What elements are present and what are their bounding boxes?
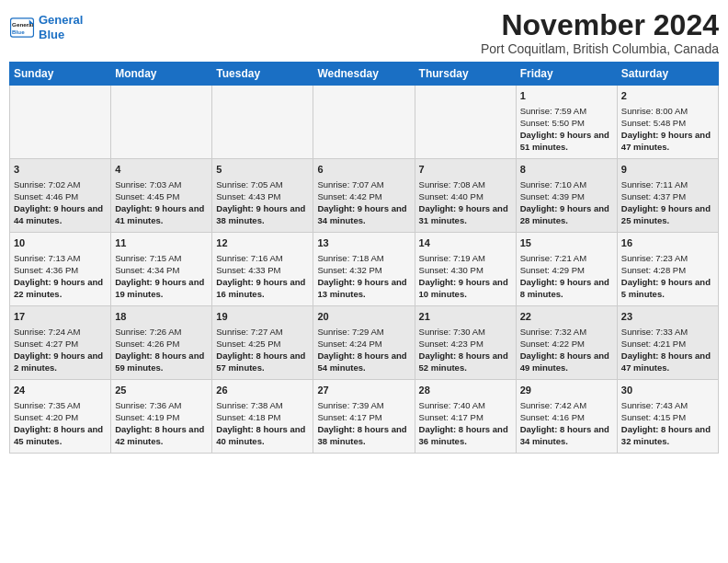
logo: General Blue GeneralBlue xyxy=(9,13,83,41)
calendar-cell: 15Sunrise: 7:21 AMSunset: 4:29 PMDayligh… xyxy=(516,233,617,306)
calendar-cell: 20Sunrise: 7:29 AMSunset: 4:24 PMDayligh… xyxy=(313,306,415,380)
daylight-info: Daylight: 8 hours and 49 minutes. xyxy=(520,350,609,373)
sun-info: Sunset: 4:42 PM xyxy=(317,191,381,201)
day-number: 28 xyxy=(419,384,512,397)
calendar-cell: 17Sunrise: 7:24 AMSunset: 4:27 PMDayligh… xyxy=(10,306,111,380)
calendar-week-row: 1Sunrise: 7:59 AMSunset: 5:50 PMDaylight… xyxy=(10,86,719,159)
daylight-info: Daylight: 9 hours and 51 minutes. xyxy=(520,130,609,152)
sun-info: Sunset: 4:26 PM xyxy=(115,339,179,349)
day-number: 9 xyxy=(621,163,714,177)
daylight-info: Daylight: 8 hours and 45 minutes. xyxy=(14,424,103,446)
day-number: 2 xyxy=(621,89,714,103)
daylight-info: Daylight: 9 hours and 31 minutes. xyxy=(419,203,508,225)
sun-info: Sunrise: 7:27 AM xyxy=(216,327,282,337)
sun-info: Sunset: 4:34 PM xyxy=(115,265,179,275)
calendar-cell: 27Sunrise: 7:39 AMSunset: 4:17 PMDayligh… xyxy=(313,380,415,454)
daylight-info: Daylight: 8 hours and 32 minutes. xyxy=(621,424,711,446)
title-block: November 2024 Port Coquitlam, British Co… xyxy=(481,9,719,56)
sun-info: Sunset: 4:22 PM xyxy=(520,339,585,349)
sun-info: Sunrise: 7:11 AM xyxy=(621,179,688,190)
sun-info: Sunrise: 7:03 AM xyxy=(115,179,181,190)
sun-info: Sunset: 4:43 PM xyxy=(216,191,280,201)
daylight-info: Daylight: 9 hours and 10 minutes. xyxy=(419,277,508,299)
calendar-cell: 21Sunrise: 7:30 AMSunset: 4:23 PMDayligh… xyxy=(415,306,516,380)
sun-info: Sunrise: 7:24 AM xyxy=(14,327,80,337)
sun-info: Sunrise: 7:13 AM xyxy=(14,253,80,263)
day-number: 20 xyxy=(317,310,410,324)
sun-info: Sunrise: 7:43 AM xyxy=(621,400,688,410)
daylight-info: Daylight: 9 hours and 22 minutes. xyxy=(14,277,103,299)
sun-info: Sunrise: 7:23 AM xyxy=(621,253,688,263)
day-number: 13 xyxy=(317,236,410,250)
daylight-info: Daylight: 8 hours and 38 minutes. xyxy=(317,424,406,446)
calendar-cell xyxy=(10,86,111,159)
daylight-info: Daylight: 9 hours and 34 minutes. xyxy=(317,203,406,225)
sun-info: Sunset: 4:28 PM xyxy=(621,265,686,275)
sun-info: Sunrise: 7:10 AM xyxy=(520,179,586,190)
sun-info: Sunset: 5:50 PM xyxy=(520,118,585,128)
day-number: 15 xyxy=(520,236,613,250)
daylight-info: Daylight: 8 hours and 40 minutes. xyxy=(216,424,305,446)
daylight-info: Daylight: 9 hours and 41 minutes. xyxy=(115,203,204,225)
daylight-info: Daylight: 8 hours and 52 minutes. xyxy=(419,350,508,373)
day-number: 30 xyxy=(621,384,714,397)
calendar-cell xyxy=(111,86,212,159)
sun-info: Sunrise: 7:36 AM xyxy=(115,400,181,410)
calendar-week-row: 10Sunrise: 7:13 AMSunset: 4:36 PMDayligh… xyxy=(10,233,719,306)
day-number: 4 xyxy=(115,163,208,177)
sun-info: Sunrise: 7:26 AM xyxy=(115,327,181,337)
logo-icon: General Blue xyxy=(9,17,35,39)
calendar-cell: 4Sunrise: 7:03 AMSunset: 4:45 PMDaylight… xyxy=(111,159,212,233)
daylight-info: Daylight: 8 hours and 54 minutes. xyxy=(317,350,406,373)
sun-info: Sunrise: 7:39 AM xyxy=(317,400,383,410)
sun-info: Sunset: 4:18 PM xyxy=(216,412,280,422)
calendar-cell xyxy=(212,86,313,159)
day-number: 3 xyxy=(14,163,107,177)
daylight-info: Daylight: 9 hours and 2 minutes. xyxy=(14,350,103,373)
sun-info: Sunrise: 7:08 AM xyxy=(419,179,485,190)
calendar-cell: 29Sunrise: 7:42 AMSunset: 4:16 PMDayligh… xyxy=(516,380,617,454)
sun-info: Sunset: 4:45 PM xyxy=(115,191,179,201)
sun-info: Sunset: 4:19 PM xyxy=(115,412,179,422)
sun-info: Sunset: 5:48 PM xyxy=(621,118,686,128)
day-number: 12 xyxy=(216,236,309,250)
sun-info: Sunset: 4:27 PM xyxy=(14,339,78,349)
calendar-cell: 5Sunrise: 7:05 AMSunset: 4:43 PMDaylight… xyxy=(212,159,313,233)
calendar-cell: 2Sunrise: 8:00 AMSunset: 5:48 PMDaylight… xyxy=(617,86,718,159)
day-number: 7 xyxy=(419,163,512,177)
daylight-info: Daylight: 9 hours and 44 minutes. xyxy=(14,203,103,225)
calendar-cell xyxy=(415,86,516,159)
page-header: General Blue GeneralBlue November 2024 P… xyxy=(9,9,719,56)
sun-info: Sunset: 4:29 PM xyxy=(520,265,585,275)
daylight-info: Daylight: 8 hours and 47 minutes. xyxy=(621,350,711,373)
sun-info: Sunrise: 7:32 AM xyxy=(520,327,586,337)
sun-info: Sunrise: 7:16 AM xyxy=(216,253,282,263)
daylight-info: Daylight: 9 hours and 38 minutes. xyxy=(216,203,305,225)
calendar-cell: 16Sunrise: 7:23 AMSunset: 4:28 PMDayligh… xyxy=(617,233,718,306)
daylight-info: Daylight: 8 hours and 59 minutes. xyxy=(115,350,204,373)
logo-text: GeneralBlue xyxy=(39,13,83,41)
weekday-header: Tuesday xyxy=(212,63,313,86)
day-number: 22 xyxy=(520,310,613,324)
sun-info: Sunrise: 7:18 AM xyxy=(317,253,383,263)
month-title: November 2024 xyxy=(481,9,719,41)
day-number: 23 xyxy=(621,310,714,324)
day-number: 6 xyxy=(317,163,410,177)
sun-info: Sunrise: 7:59 AM xyxy=(520,106,586,116)
weekday-header: Saturday xyxy=(617,63,718,86)
day-number: 29 xyxy=(520,384,613,397)
day-number: 24 xyxy=(14,384,107,397)
daylight-info: Daylight: 9 hours and 19 minutes. xyxy=(115,277,204,299)
sun-info: Sunset: 4:46 PM xyxy=(14,191,78,201)
calendar-cell: 18Sunrise: 7:26 AMSunset: 4:26 PMDayligh… xyxy=(111,306,212,380)
daylight-info: Daylight: 9 hours and 25 minutes. xyxy=(621,203,711,225)
calendar-cell: 9Sunrise: 7:11 AMSunset: 4:37 PMDaylight… xyxy=(617,159,718,233)
daylight-info: Daylight: 8 hours and 57 minutes. xyxy=(216,350,305,373)
day-number: 21 xyxy=(419,310,512,324)
sun-info: Sunrise: 7:40 AM xyxy=(419,400,485,410)
sun-info: Sunrise: 7:35 AM xyxy=(14,400,80,410)
day-number: 19 xyxy=(216,310,309,324)
day-number: 11 xyxy=(115,236,208,250)
sun-info: Sunrise: 7:42 AM xyxy=(520,400,586,410)
calendar-cell: 19Sunrise: 7:27 AMSunset: 4:25 PMDayligh… xyxy=(212,306,313,380)
